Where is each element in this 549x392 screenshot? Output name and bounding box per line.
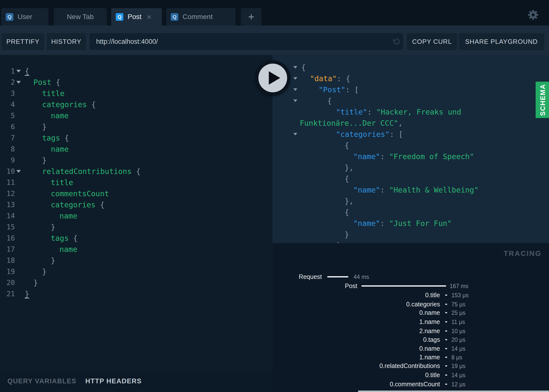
- editor-line: 18}: [0, 255, 273, 266]
- tracing-title[interactable]: TRACING: [504, 249, 542, 258]
- punct-token: :: [380, 186, 389, 194]
- history-button[interactable]: HISTORY: [47, 33, 86, 50]
- punct-token: : [: [345, 85, 359, 94]
- response-line: "data": {: [273, 73, 549, 84]
- response-text: {: [345, 207, 349, 218]
- editor-line: 11title: [0, 177, 273, 188]
- execute-query-button[interactable]: [255, 60, 290, 96]
- trace-tick: [445, 321, 447, 322]
- query-variables-tab[interactable]: QUERY VARIABLES: [7, 377, 77, 385]
- tab-user[interactable]: QUser: [1, 8, 49, 25]
- line-number: 11: [0, 177, 15, 188]
- trace-row: 0.name25 μs: [273, 309, 549, 316]
- line-number: 8: [0, 144, 15, 155]
- trace-value: 11 μs: [451, 319, 465, 325]
- tab-post[interactable]: QPost×: [111, 8, 162, 25]
- fold-arrow-icon[interactable]: [293, 88, 297, 91]
- fold-arrow-icon[interactable]: [293, 133, 297, 135]
- response-text: "data": {: [310, 73, 350, 84]
- query-badge-icon: Q: [116, 13, 123, 21]
- trace-row: 0.commentsCount12 μs: [273, 380, 549, 388]
- line-number: 19: [0, 266, 15, 277]
- punct-token: {: [96, 200, 105, 209]
- line-number: 12: [0, 188, 15, 199]
- endpoint-url-input[interactable]: [89, 33, 403, 50]
- trace-value: 20 μs: [451, 337, 466, 343]
- response-line: {: [273, 207, 549, 218]
- tab-new-tab[interactable]: New Tab: [54, 8, 107, 25]
- tab-label: Comment: [183, 13, 213, 21]
- editor-line: 19}: [0, 266, 273, 277]
- punct-token: {: [345, 141, 349, 150]
- fold-arrow-icon[interactable]: [293, 99, 297, 102]
- variables-bar: QUERY VARIABLES HTTP HEADERS: [0, 370, 273, 392]
- response-text: "name": "Freedom of Speech": [353, 151, 474, 162]
- trace-value: 12 μs: [451, 381, 466, 388]
- punct-token: : [: [390, 130, 403, 139]
- editor-line: 7tags {: [0, 132, 273, 144]
- fold-arrow-icon[interactable]: [16, 81, 21, 84]
- trace-row: 0.categories75 μs: [273, 300, 549, 308]
- share-playground-button[interactable]: SHARE PLAYGROUND: [459, 33, 544, 50]
- code-text: title: [51, 177, 73, 188]
- line-number: 10: [0, 166, 15, 177]
- key-token: "name": [353, 186, 380, 194]
- response-text: {: [327, 95, 332, 106]
- code-text: }: [51, 221, 55, 233]
- trace-label: 0.title: [425, 371, 440, 379]
- trace-label: 0.commentsCount: [390, 380, 440, 388]
- code-text: Post {: [33, 77, 60, 88]
- trace-tick: [445, 357, 447, 358]
- code-text: {: [25, 66, 29, 77]
- code-text: }: [33, 277, 38, 288]
- reload-endpoint-icon[interactable]: [391, 37, 400, 46]
- response-text: "Post": [: [319, 84, 359, 95]
- response-line: "name": "Freedom of Speech": [273, 151, 549, 162]
- punct-token: }: [51, 256, 55, 265]
- editor-line: 20}: [0, 277, 273, 288]
- prettify-button[interactable]: PRETTIFY: [1, 33, 44, 50]
- response-text: "categories": [: [336, 129, 403, 140]
- line-number: 16: [0, 233, 15, 244]
- punct-token: :: [380, 152, 389, 161]
- fold-arrow-icon[interactable]: [293, 77, 297, 80]
- response-text: }: [345, 229, 349, 240]
- tab-label: User: [18, 13, 32, 21]
- close-tab-icon[interactable]: ×: [147, 13, 152, 21]
- fold-arrow-icon[interactable]: [16, 70, 21, 73]
- line-number: 5: [0, 110, 15, 121]
- copy-curl-button[interactable]: COPY CURL: [407, 33, 457, 50]
- new-tab-button[interactable]: +: [241, 8, 262, 25]
- editor-line: 13categories {: [0, 199, 273, 210]
- trace-value: 75 μs: [451, 301, 466, 308]
- horizontal-scrollbar[interactable]: [358, 391, 549, 392]
- fold-arrow-icon[interactable]: [16, 170, 21, 173]
- response-line: {: [273, 173, 549, 184]
- fold-arrow-icon[interactable]: [293, 66, 297, 69]
- schema-tab[interactable]: SCHEMA: [536, 82, 549, 118]
- trace-label: Post: [345, 282, 357, 290]
- line-number: 7: [0, 132, 15, 144]
- tab-comment[interactable]: QComment: [166, 8, 236, 25]
- response-text: {: [301, 62, 306, 73]
- editor-line: 4categories {: [0, 99, 273, 110]
- punct-token: {: [132, 167, 140, 176]
- line-number: 3: [0, 88, 15, 99]
- code-text: }: [42, 121, 47, 132]
- trace-label: 0.name: [419, 309, 440, 316]
- http-headers-tab[interactable]: HTTP HEADERS: [85, 377, 142, 385]
- string-token: "Health & Wellbeing": [389, 186, 479, 194]
- query-editor[interactable]: 1{2Post {3title4categories {5name6}7tags…: [0, 55, 273, 370]
- response-line: "name": "Health & Wellbeing": [273, 184, 549, 196]
- response-text: "name": "Just For Fun": [353, 218, 452, 229]
- response-line: "name": "Just For Fun": [273, 218, 549, 229]
- field-token: name: [51, 111, 69, 120]
- string-token: "Hacker, Freaks und: [376, 108, 461, 116]
- code-text: }: [42, 266, 47, 277]
- trace-label: 0.categories: [406, 300, 440, 308]
- field-token: name: [51, 145, 69, 153]
- editor-line: 8name: [0, 144, 273, 155]
- trace-value: 19 μs: [451, 363, 466, 369]
- code-text: relatedContributions {: [42, 166, 140, 177]
- settings-gear-icon[interactable]: [527, 9, 539, 21]
